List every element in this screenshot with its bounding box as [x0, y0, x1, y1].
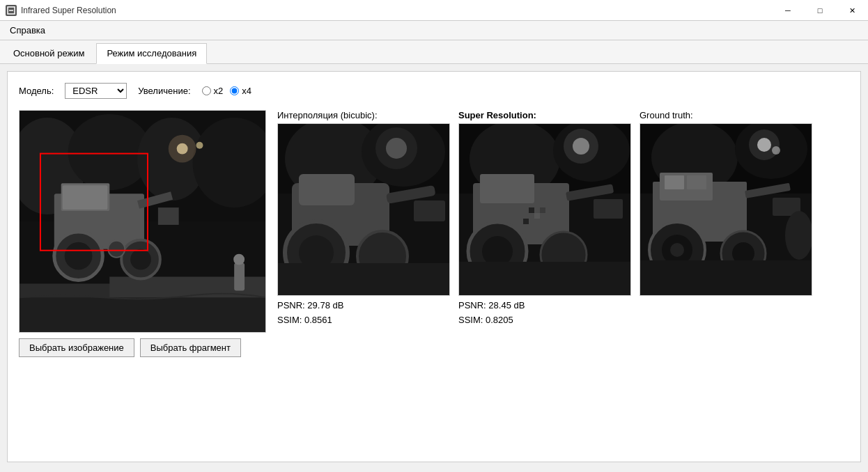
radio-x2[interactable]	[202, 86, 211, 95]
sr-ssim: SSIM: 0.8205	[458, 313, 631, 328]
svg-point-32	[375, 127, 417, 169]
radio-x2-label[interactable]: x2	[202, 86, 224, 96]
menu-item-help[interactable]: Справка	[6, 24, 49, 37]
close-button[interactable]: ✕	[836, 0, 868, 21]
svg-point-72	[670, 243, 684, 257]
svg-point-24	[233, 254, 245, 265]
right-panel: Интерполяция (bicubic):	[277, 110, 849, 328]
svg-point-19	[65, 242, 93, 270]
bicubic-label: Интерполяция (bicubic):	[277, 110, 450, 120]
gt-label: Ground truth:	[640, 110, 812, 120]
svg-rect-50	[534, 213, 540, 219]
select-image-button[interactable]: Выбрать изображение	[19, 338, 134, 357]
sr-metrics: PSNR: 28.45 dB SSIM: 0.8205	[458, 299, 631, 328]
svg-rect-25	[20, 297, 265, 332]
sr-label: Super Resolution:	[458, 110, 631, 120]
bicubic-image	[277, 123, 450, 296]
svg-point-9	[169, 135, 196, 163]
svg-rect-49	[529, 207, 534, 213]
svg-point-22	[108, 241, 125, 258]
svg-rect-58	[594, 199, 623, 219]
svg-rect-68	[665, 175, 684, 189]
app-icon	[6, 5, 17, 16]
image-comparison: Интерполяция (bicubic):	[277, 110, 849, 328]
comparison-gt: Ground truth:	[640, 110, 812, 328]
scale-label: Увеличение:	[138, 86, 190, 96]
svg-rect-17	[158, 207, 179, 225]
bicubic-ssim: SSIM: 0.8561	[277, 313, 450, 328]
sr-psnr: PSNR: 28.45 dB	[458, 299, 631, 313]
model-select[interactable]: EDSR SRCNN ESRGAN	[65, 83, 127, 99]
title-bar: Infrared Super Resolution ─ □ ✕	[0, 0, 868, 21]
bicubic-psnr: PSNR: 29.78 dB	[277, 299, 450, 313]
svg-rect-15	[63, 185, 108, 210]
menu-bar: Справка	[0, 21, 868, 40]
window-title: Infrared Super Resolution	[21, 6, 862, 15]
window-controls: ─ □ ✕	[772, 0, 868, 21]
maximize-button[interactable]: □	[804, 0, 836, 21]
svg-point-64	[749, 129, 780, 160]
radio-x4-label[interactable]: x4	[230, 86, 251, 96]
svg-rect-34	[299, 174, 355, 205]
bicubic-metrics: PSNR: 29.78 dB SSIM: 0.8561	[277, 299, 450, 328]
radio-x2-text: x2	[214, 86, 224, 96]
main-content: Модель: EDSR SRCNN ESRGAN Увеличение: x2…	[7, 71, 861, 462]
svg-point-65	[772, 146, 780, 155]
svg-rect-75	[640, 260, 812, 296]
radio-x4[interactable]	[230, 86, 239, 95]
gt-image	[640, 123, 812, 296]
sr-image	[458, 123, 631, 296]
comparison-sr: Super Resolution:	[458, 110, 631, 328]
svg-rect-40	[414, 200, 445, 221]
controls-row: Модель: EDSR SRCNN ESRGAN Увеличение: x2…	[19, 83, 849, 99]
svg-point-46	[564, 129, 598, 164]
tab-basic-mode[interactable]: Основной режим	[3, 43, 95, 63]
svg-point-10	[196, 142, 203, 149]
svg-point-78	[785, 211, 812, 260]
svg-rect-52	[540, 207, 545, 213]
buttons-row: Выбрать изображение Выбрать фрагмент	[19, 338, 266, 357]
svg-rect-23	[234, 263, 245, 291]
tabs-bar: Основной режим Режим исследования	[0, 40, 868, 64]
comparison-bicubic: Интерполяция (bicubic):	[277, 110, 450, 328]
minimize-button[interactable]: ─	[772, 0, 804, 21]
radio-group-scale: x2 x4	[202, 86, 251, 96]
svg-point-21	[130, 249, 151, 270]
left-panel: Выбрать изображение Выбрать фрагмент	[19, 110, 266, 357]
svg-rect-48	[480, 174, 534, 203]
svg-rect-69	[687, 175, 706, 189]
model-label: Модель:	[19, 86, 54, 96]
svg-rect-51	[523, 219, 529, 224]
svg-rect-56	[459, 262, 631, 296]
svg-rect-38	[278, 263, 450, 296]
main-image	[19, 110, 266, 333]
content-area: Выбрать изображение Выбрать фрагмент Инт…	[19, 110, 849, 357]
select-fragment-button[interactable]: Выбрать фрагмент	[140, 338, 241, 357]
radio-x4-text: x4	[242, 86, 251, 96]
tab-research-mode[interactable]: Режим исследования	[96, 43, 207, 64]
